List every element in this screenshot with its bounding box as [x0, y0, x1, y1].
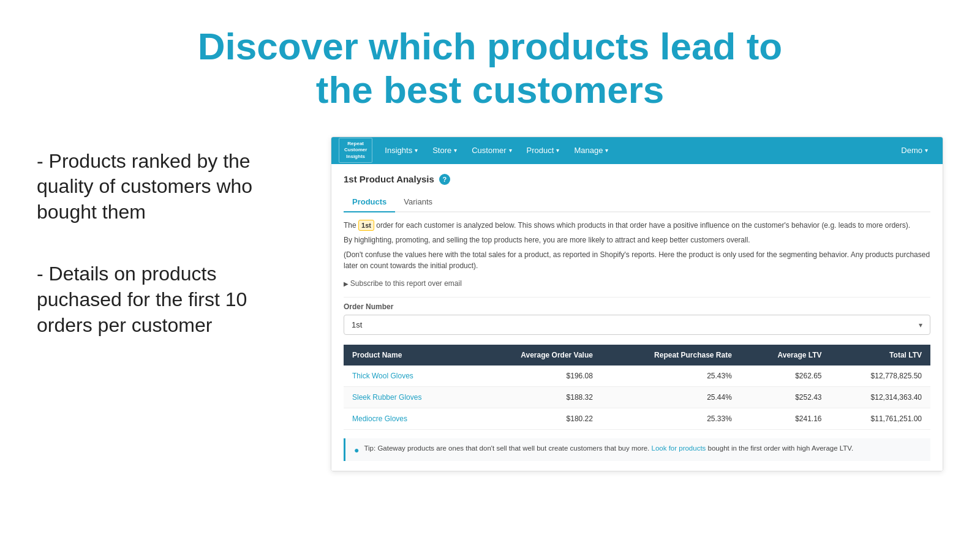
order-number-select[interactable]: 1st ▾ — [344, 315, 930, 335]
tip-link[interactable]: Look for products — [652, 444, 706, 452]
order-number-value: 1st — [352, 320, 362, 329]
demo-chevron-icon: ▾ — [925, 147, 928, 154]
col-avg-order: Average Order Value — [470, 345, 601, 365]
col-total-ltv: Total LTV — [831, 345, 930, 365]
hero-title: Discover which products lead to the best… — [49, 24, 931, 112]
cell-avg-order: $188.32 — [470, 387, 601, 408]
cell-total-ltv: $12,314,363.40 — [831, 387, 930, 408]
page-title: 1st Product Analysis — [344, 174, 434, 184]
page-title-row: 1st Product Analysis ? — [344, 174, 930, 185]
product-link[interactable]: Thick Wool Gloves — [352, 372, 413, 380]
nav-store[interactable]: Store ▾ — [425, 137, 464, 164]
info-text-2: By highlighting, promoting, and selling … — [344, 234, 930, 246]
col-avg-ltv: Average LTV — [741, 345, 831, 365]
bullet-2: - Details on products puchased for the f… — [37, 261, 294, 338]
customer-chevron-icon: ▾ — [509, 147, 512, 154]
tip-box: ● Tip: Gateway products are ones that do… — [344, 438, 930, 461]
divider — [344, 297, 930, 298]
product-table: Product Name Average Order Value Repeat … — [344, 345, 930, 430]
cell-avg-order: $180.22 — [470, 408, 601, 430]
col-product-name: Product Name — [344, 345, 470, 365]
table-row: Mediocre Gloves $180.22 25.33% $241.16 $… — [344, 408, 930, 430]
cell-avg-ltv: $262.65 — [741, 365, 831, 387]
tip-icon: ● — [354, 445, 359, 455]
product-chevron-icon: ▾ — [556, 147, 559, 154]
subscribe-link[interactable]: Subscribe to this report over email — [344, 279, 462, 288]
tab-variants[interactable]: Variants — [395, 193, 441, 212]
cell-product-name: Thick Wool Gloves — [344, 365, 470, 387]
left-panel: - Products ranked by the quality of cust… — [37, 137, 294, 472]
col-repeat-rate: Repeat Purchase Rate — [601, 345, 741, 365]
tab-products[interactable]: Products — [344, 193, 395, 212]
table-row: Sleek Rubber Gloves $188.32 25.44% $252.… — [344, 387, 930, 408]
select-chevron-icon: ▾ — [919, 321, 922, 329]
cell-avg-ltv: $241.16 — [741, 408, 831, 430]
info-text-1: The 1st order for each customer is analy… — [344, 220, 930, 231]
cell-avg-order: $196.08 — [470, 365, 601, 387]
help-icon[interactable]: ? — [439, 174, 450, 185]
nav-product[interactable]: Product ▾ — [519, 137, 567, 164]
cell-product-name: Mediocre Gloves — [344, 408, 470, 430]
hero-section: Discover which products lead to the best… — [0, 0, 980, 124]
cell-repeat-rate: 25.33% — [601, 408, 741, 430]
order-badge: 1st — [358, 220, 374, 231]
cell-repeat-rate: 25.43% — [601, 365, 741, 387]
cell-total-ltv: $11,761,251.00 — [831, 408, 930, 430]
cell-avg-ltv: $252.43 — [741, 387, 831, 408]
subscribe-row: Subscribe to this report over email — [344, 277, 930, 288]
manage-chevron-icon: ▾ — [605, 147, 608, 154]
app-body: 1st Product Analysis ? Products Variants… — [331, 164, 943, 471]
nav-insights[interactable]: Insights ▾ — [377, 137, 425, 164]
app-mockup: Repeat Customer Insights Insights ▾ Stor… — [331, 137, 943, 472]
insights-chevron-icon: ▾ — [415, 147, 418, 154]
nav-bar: Repeat Customer Insights Insights ▾ Stor… — [331, 137, 943, 164]
cell-product-name: Sleek Rubber Gloves — [344, 387, 470, 408]
product-link[interactable]: Sleek Rubber Gloves — [352, 393, 421, 402]
page-wrapper: Discover which products lead to the best… — [0, 0, 980, 551]
nav-manage[interactable]: Manage ▾ — [567, 137, 616, 164]
info-text-3: (Don't confuse the values here with the … — [344, 249, 930, 271]
store-chevron-icon: ▾ — [454, 147, 457, 154]
cell-total-ltv: $12,778,825.50 — [831, 365, 930, 387]
bullet-1: - Products ranked by the quality of cust… — [37, 149, 294, 225]
product-link[interactable]: Mediocre Gloves — [352, 414, 407, 423]
table-header-row: Product Name Average Order Value Repeat … — [344, 345, 930, 365]
table-row: Thick Wool Gloves $196.08 25.43% $262.65… — [344, 365, 930, 387]
main-content: - Products ranked by the quality of cust… — [0, 124, 980, 490]
tip-text: Tip: Gateway products are ones that don'… — [364, 444, 853, 452]
cell-repeat-rate: 25.44% — [601, 387, 741, 408]
tabs-row: Products Variants — [344, 193, 930, 212]
nav-logo: Repeat Customer Insights — [339, 138, 372, 163]
order-number-label: Order Number — [344, 302, 930, 311]
nav-demo[interactable]: Demo ▾ — [894, 137, 935, 164]
nav-customer[interactable]: Customer ▾ — [464, 137, 519, 164]
